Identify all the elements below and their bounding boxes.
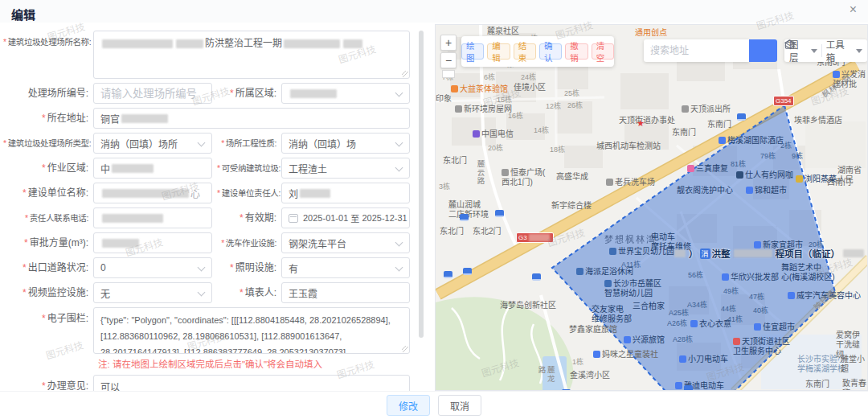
site-code-input[interactable]: [93, 83, 212, 104]
search-input[interactable]: [644, 39, 749, 62]
map-search: [644, 39, 777, 62]
chevron-down-icon: [395, 164, 403, 172]
acceptable-waste-select[interactable]: 工程渣土: [281, 158, 410, 179]
field-label-exit-road: *出口道路状况:: [3, 262, 93, 273]
map-base: [436, 25, 868, 391]
bus-stop-icon: [460, 214, 469, 221]
draw-tool-button[interactable]: 编辑: [487, 43, 510, 60]
search-button[interactable]: [749, 39, 777, 62]
exit-road-select[interactable]: 0: [93, 257, 212, 278]
fence-textarea[interactable]: {"type": "Polygon", "coordinates": [[[11…: [93, 307, 410, 354]
xiaona-badge-icon: 消: [700, 249, 710, 259]
map-canvas[interactable]: 麓泉社区10栋23栋6栋24栋7栋佳境小区15栋大益茶体验馆新环境房屋网中国电信…: [435, 24, 868, 391]
field-label-acceptable-waste: *可受纳建筑垃圾:: [217, 162, 281, 174]
road-badge: G3: [516, 232, 554, 243]
submit-button[interactable]: 修改: [387, 395, 430, 416]
resize-handle[interactable]: [402, 71, 408, 77]
work-area-input[interactable]: 中: [93, 158, 212, 179]
bus-stop-icon: [495, 210, 504, 217]
map-scale-widget: [442, 70, 455, 78]
map-zoom-controls: + −: [440, 35, 457, 70]
bus-stop-icon: [463, 268, 472, 275]
field-label-site-code: 处理场所编号:: [3, 88, 93, 99]
field-label-builder-name: *建设单位名称:: [3, 187, 93, 199]
close-icon[interactable]: ×: [850, 3, 857, 16]
video-select[interactable]: 无: [93, 282, 212, 303]
calendar-icon: [289, 214, 298, 223]
draw-tool-button[interactable]: 绘图: [461, 43, 484, 60]
chevron-down-icon: [856, 49, 862, 53]
map-layer-toolbar: 图层 工具箱: [784, 39, 867, 62]
road-badge: G354: [773, 96, 794, 106]
draw-toolbar: 绘图编辑结束确认撤销清空: [461, 36, 614, 67]
chevron-down-icon: [395, 139, 403, 147]
draw-tool-button[interactable]: 确认: [539, 43, 562, 60]
project-marker[interactable]: ） 消 洪整 程项目（临证）: [673, 247, 866, 260]
address-input[interactable]: 铜官: [93, 108, 410, 129]
field-label-project-nature: *场所工程性质:: [217, 138, 281, 149]
field-label-region: *所属区域:: [217, 88, 281, 99]
field-label-fence: *电子围栏:: [3, 307, 93, 324]
dialog-header: 编辑 ×: [0, 0, 868, 23]
field-label-validity: *有效期:: [217, 212, 281, 224]
bus-stop-icon: [444, 271, 452, 278]
site-type-select[interactable]: 消纳（回填）场所: [93, 133, 212, 154]
bus-stop-icon: [684, 385, 693, 391]
draw-tool-button[interactable]: 结束: [514, 43, 536, 60]
chevron-down-icon: [198, 139, 206, 147]
edit-dialog: 编辑 × *建筑垃圾处理场所名称: 防洪整治工程一期 处理场所编号: *所属区域…: [0, 0, 868, 419]
project-nature-select[interactable]: 消纳（回填）场: [281, 133, 410, 154]
field-label-filler: *填表人:: [217, 287, 281, 298]
phone-input[interactable]: [93, 207, 212, 228]
field-label-opinion: *办理意见:: [3, 375, 93, 391]
bus-stop-icon: [532, 273, 541, 281]
draw-tool-button[interactable]: 撤销: [565, 43, 588, 60]
field-label-site-type: *建筑垃圾处理场所类型:: [3, 138, 93, 149]
toolbox-button[interactable]: 工具箱: [826, 38, 851, 64]
lighting-select[interactable]: 有: [281, 257, 410, 278]
chevron-down-icon: [395, 89, 403, 97]
dialog-title: 编辑: [11, 6, 35, 23]
chevron-down-icon: [198, 264, 206, 272]
filler-input[interactable]: 王玉霞: [281, 282, 410, 303]
builder-person-input[interactable]: 刘: [281, 183, 410, 203]
search-icon: [644, 39, 655, 51]
field-label-approved-volume: *审批方量(m³):: [3, 237, 93, 249]
field-label-lighting: *照明设施:: [217, 262, 281, 273]
cancel-button[interactable]: 取消: [438, 395, 481, 416]
opinion-textarea[interactable]: 可以: [93, 375, 410, 391]
field-label-address: *所在地址:: [3, 113, 93, 124]
field-label-work-area: *作业区域:: [3, 162, 93, 174]
chevron-down-icon: [395, 264, 403, 272]
chevron-down-icon: [395, 239, 403, 247]
field-label-phone: *责任人联系电话:: [3, 212, 93, 224]
chevron-down-icon: [198, 289, 206, 297]
fence-note: 注: 请在地图上绘制区域完成后点击"确认"将会自动填入: [98, 357, 417, 370]
bus-stop-icon: [737, 113, 746, 121]
builder-name-input[interactable]: 心: [93, 183, 212, 203]
zoom-in-button[interactable]: +: [440, 35, 457, 51]
field-label-builder-person: *建设单位责任人:: [217, 187, 281, 199]
region-select[interactable]: [281, 83, 410, 104]
toolbox-icon: [784, 39, 795, 50]
approved-volume-input[interactable]: [93, 232, 212, 253]
edit-form: *建筑垃圾处理场所名称: 防洪整治工程一期 处理场所编号: *所属区域: *所在…: [0, 24, 417, 391]
wash-facility-select[interactable]: 钢架洗车平台: [281, 232, 410, 253]
site-name-textarea[interactable]: 防洪整治工程一期: [93, 31, 410, 79]
chevron-down-icon: [811, 49, 817, 53]
field-label-video: *视频监控设施:: [3, 287, 93, 298]
zoom-out-button[interactable]: −: [440, 52, 457, 68]
resize-handle[interactable]: [402, 346, 408, 352]
dialog-footer: 修改 取消: [0, 391, 868, 419]
field-label-site-name: *建筑垃圾处理场所名称:: [3, 31, 93, 47]
validity-date-range[interactable]: 2025-01-01 至 2025-12-31: [281, 207, 410, 228]
draw-tool-button[interactable]: 清空: [592, 43, 614, 60]
star-poi-icon: ★: [637, 118, 645, 129]
field-label-wash-facility: *洗车作业设施:: [217, 237, 281, 249]
divider: [821, 44, 822, 57]
form-scrollbar[interactable]: [419, 31, 424, 338]
